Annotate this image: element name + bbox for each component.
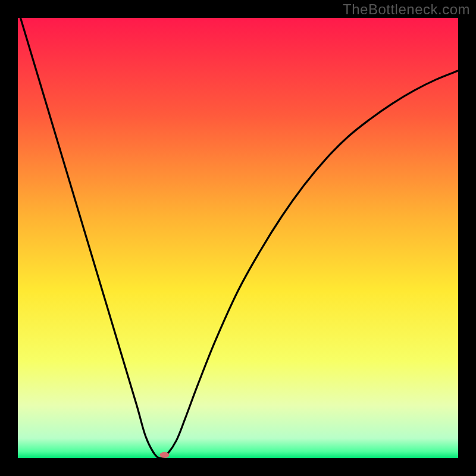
- plot-background: [18, 18, 458, 458]
- bottleneck-chart: [0, 0, 476, 476]
- minimum-marker: [159, 452, 169, 458]
- watermark-text: TheBottleneck.com: [343, 1, 470, 18]
- chart-frame: TheBottleneck.com: [0, 0, 476, 476]
